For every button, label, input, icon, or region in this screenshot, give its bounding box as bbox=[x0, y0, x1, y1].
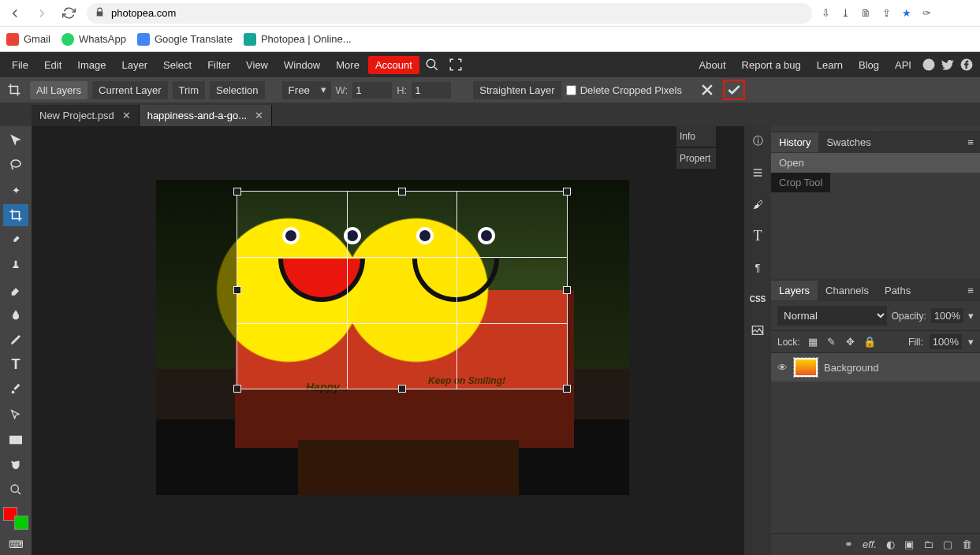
info-label[interactable]: Info bbox=[676, 126, 716, 147]
image-panel-icon[interactable] bbox=[745, 318, 770, 342]
paragraph-panel-icon[interactable]: ¶ bbox=[745, 255, 770, 279]
download-icon[interactable]: ⇩ bbox=[822, 7, 830, 19]
back-button[interactable] bbox=[6, 5, 24, 22]
tab-swatches[interactable]: Swatches bbox=[818, 132, 878, 152]
url-bar[interactable]: photopea.com bbox=[87, 3, 812, 24]
history-item-open[interactable]: Open bbox=[771, 153, 980, 173]
blend-mode-select[interactable]: Normal bbox=[777, 306, 887, 326]
menu-image[interactable]: Image bbox=[70, 56, 113, 74]
stamp-tool[interactable] bbox=[3, 254, 28, 276]
wand-tool[interactable]: ✦ bbox=[3, 179, 28, 201]
link-layers-icon[interactable]: ⚭ bbox=[844, 538, 853, 550]
group-icon[interactable]: 🗀 bbox=[923, 538, 933, 550]
opacity-value[interactable]: 100% bbox=[931, 308, 963, 323]
bookmark-photopea[interactable]: Photopea | Online... bbox=[244, 33, 352, 46]
menu-filter[interactable]: Filter bbox=[200, 56, 237, 74]
close-icon[interactable]: ✕ bbox=[255, 110, 263, 121]
adjustment-layer-icon[interactable]: ▣ bbox=[904, 538, 914, 550]
page-icon[interactable]: 🗎 bbox=[861, 7, 871, 19]
zoom-tool[interactable] bbox=[3, 479, 28, 501]
chevron-down-icon[interactable]: ▾ bbox=[968, 336, 974, 348]
color-swatches[interactable] bbox=[3, 507, 28, 531]
layer-effects-icon[interactable]: eff. bbox=[863, 538, 877, 550]
blur-tool[interactable] bbox=[3, 304, 28, 326]
lock-position-icon[interactable]: ✥ bbox=[844, 336, 857, 348]
css-panel-icon[interactable]: CSS bbox=[745, 287, 770, 311]
straighten-button[interactable]: Straighten Layer bbox=[473, 81, 561, 99]
layer-row-background[interactable]: 👁 Background bbox=[771, 353, 980, 382]
link-report-bug[interactable]: Report a bug bbox=[735, 56, 808, 74]
share-icon[interactable]: ⇪ bbox=[882, 7, 891, 19]
fill-value[interactable]: 100% bbox=[930, 334, 962, 349]
lock-pixels-icon[interactable]: ✎ bbox=[825, 336, 838, 348]
canvas[interactable]: Happy... Keep on Smiling! bbox=[32, 126, 743, 555]
height-input[interactable] bbox=[412, 82, 451, 99]
chevron-down-icon[interactable]: ▾ bbox=[968, 310, 974, 322]
history-panel-menu-icon[interactable]: ≡ bbox=[961, 136, 980, 148]
eraser-tool[interactable] bbox=[3, 279, 28, 301]
forward-button[interactable] bbox=[33, 5, 50, 22]
tab-history[interactable]: History bbox=[771, 132, 818, 152]
link-api[interactable]: API bbox=[888, 56, 919, 74]
bookmark-star-icon[interactable]: ★ bbox=[902, 7, 911, 19]
character-panel-icon[interactable]: T bbox=[745, 224, 770, 248]
lock-all-icon[interactable]: 🔒 bbox=[863, 336, 876, 348]
bookmark-translate[interactable]: Google Translate bbox=[137, 33, 233, 46]
twitter-icon[interactable] bbox=[939, 56, 956, 73]
layers-panel-menu-icon[interactable]: ≡ bbox=[961, 285, 980, 296]
all-layers-button[interactable]: All Layers bbox=[30, 81, 88, 99]
pen-tool[interactable] bbox=[3, 329, 28, 351]
cancel-crop-button[interactable] bbox=[696, 80, 718, 100]
hand-tool[interactable] bbox=[3, 454, 28, 476]
bookmark-gmail[interactable]: Gmail bbox=[6, 33, 50, 46]
tab-paths[interactable]: Paths bbox=[877, 281, 919, 300]
reddit-icon[interactable] bbox=[920, 56, 937, 73]
menu-window[interactable]: Window bbox=[277, 56, 327, 74]
type-tool[interactable]: T bbox=[3, 354, 28, 376]
info-panel-icon[interactable]: ⓘ bbox=[745, 129, 770, 153]
install-icon[interactable]: ⤓ bbox=[841, 7, 850, 19]
menu-file[interactable]: File bbox=[5, 56, 35, 74]
aspect-ratio-select[interactable]: Free bbox=[282, 81, 331, 99]
menu-view[interactable]: View bbox=[239, 56, 275, 74]
delete-cropped-checkbox[interactable]: Delete Cropped Pixels bbox=[566, 84, 682, 96]
facebook-icon[interactable] bbox=[958, 56, 975, 73]
history-item-crop[interactable]: Crop Tool bbox=[771, 173, 830, 192]
menu-select[interactable]: Select bbox=[156, 56, 199, 74]
lock-transparency-icon[interactable]: ▦ bbox=[807, 336, 819, 348]
path-select-tool[interactable] bbox=[3, 404, 28, 426]
properties-label[interactable]: Propert bbox=[676, 148, 716, 169]
layer-mask-icon[interactable]: ◐ bbox=[886, 538, 895, 550]
brush-tool[interactable] bbox=[3, 379, 28, 401]
search-icon[interactable] bbox=[421, 54, 443, 75]
lasso-tool[interactable] bbox=[3, 155, 28, 177]
keyboard-icon[interactable]: ⌨ bbox=[3, 533, 28, 555]
selection-button[interactable]: Selection bbox=[210, 81, 264, 99]
extension-icon[interactable]: ✑ bbox=[922, 7, 931, 19]
bookmark-whatsapp[interactable]: WhatsApp bbox=[61, 33, 126, 46]
menu-more[interactable]: More bbox=[329, 56, 367, 74]
brush-panel-icon[interactable]: 🖌 bbox=[745, 192, 770, 216]
doc-tab-happiness[interactable]: happiness-and-a-go...✕ bbox=[140, 105, 272, 126]
crop-rectangle[interactable] bbox=[237, 191, 568, 389]
link-about[interactable]: About bbox=[692, 56, 733, 74]
trim-button[interactable]: Trim bbox=[173, 81, 206, 99]
properties-panel-icon[interactable] bbox=[745, 161, 770, 184]
move-tool[interactable] bbox=[3, 129, 28, 151]
doc-tab-new-project[interactable]: New Project.psd✕ bbox=[32, 105, 140, 126]
delete-layer-icon[interactable]: 🗑 bbox=[962, 538, 972, 550]
shape-tool[interactable] bbox=[3, 429, 28, 451]
tab-channels[interactable]: Channels bbox=[818, 281, 877, 300]
close-icon[interactable]: ✕ bbox=[122, 110, 131, 121]
current-layer-button[interactable]: Current Layer bbox=[92, 81, 167, 99]
commit-crop-button[interactable] bbox=[723, 80, 745, 100]
account-button[interactable]: Account bbox=[368, 56, 419, 74]
reload-button[interactable] bbox=[60, 5, 77, 22]
link-learn[interactable]: Learn bbox=[810, 56, 850, 74]
fullscreen-icon[interactable] bbox=[445, 54, 467, 75]
new-layer-icon[interactable]: ▢ bbox=[943, 538, 952, 550]
visibility-icon[interactable]: 👁 bbox=[777, 362, 788, 374]
width-input[interactable] bbox=[352, 82, 392, 99]
menu-layer[interactable]: Layer bbox=[115, 56, 155, 74]
eyedropper-tool[interactable] bbox=[3, 229, 28, 251]
